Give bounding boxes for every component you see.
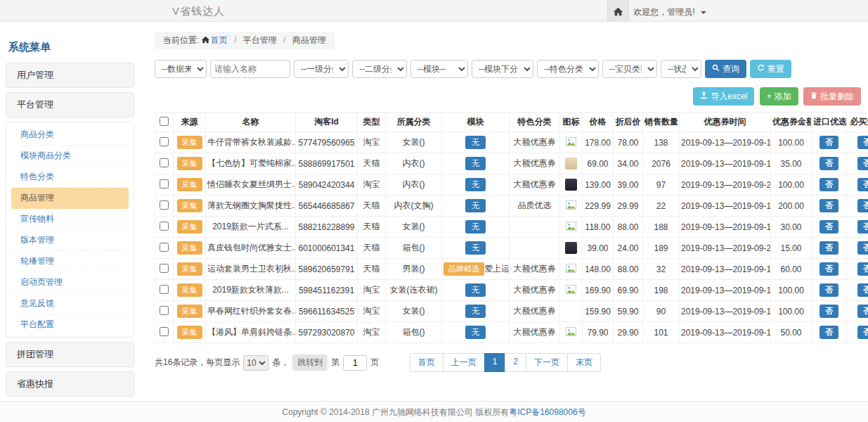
search-button[interactable]: 查询 <box>705 60 746 78</box>
row-checkbox[interactable] <box>160 306 169 315</box>
must-buy-toggle[interactable]: 否 <box>857 178 868 191</box>
discount-price: 69.90 <box>614 280 643 301</box>
import-excel-button[interactable]: 导入excel <box>693 87 754 106</box>
sidebar-subitem-feedback[interactable]: 意见反馈 <box>11 293 129 314</box>
must-buy-toggle[interactable]: 否 <box>857 241 868 255</box>
sidebar-subitem-version-manage[interactable]: 版本管理 <box>11 230 129 251</box>
must-buy-toggle[interactable]: 否 <box>857 283 868 297</box>
sidebar-item-saving-express[interactable]: 省惠快报 <box>6 371 134 397</box>
caret-down-icon <box>701 11 706 14</box>
import-select-toggle[interactable]: 否 <box>820 262 838 276</box>
must-buy-toggle[interactable]: 否 <box>857 199 868 212</box>
row-checkbox[interactable] <box>160 222 169 231</box>
sidebar-subitem-carousel-manage[interactable]: 轮播管理 <box>11 251 129 272</box>
must-buy-toggle[interactable]: 否 <box>857 262 868 276</box>
feature-category-select[interactable]: --特色分类-- <box>537 60 599 78</box>
sidebar-subitem-promo-material[interactable]: 宣传物料 <box>11 209 129 230</box>
data-source-select[interactable]: --数据来源-- <box>155 60 207 78</box>
sidebar-subitem-platform-config[interactable]: 平台配置 <box>11 314 129 335</box>
sidebar-subitem-goods-manage[interactable]: 商品管理 <box>11 188 129 209</box>
discount-price: 24.00 <box>614 238 643 259</box>
sidebar-subitem-feature-category[interactable]: 特色分类 <box>11 167 129 188</box>
product-type: 淘宝 <box>358 174 386 196</box>
module-badge: 无 <box>465 326 486 339</box>
home-button[interactable] <box>607 0 629 21</box>
icp-link[interactable]: 粤ICP备16098006号 <box>509 407 585 417</box>
cell-import-select: 否 <box>812 238 847 259</box>
module-select[interactable]: --模块-- <box>410 60 468 78</box>
col-import-select: 进口优选 <box>812 113 847 132</box>
reset-button[interactable]: 重置 <box>750 60 791 78</box>
page-last[interactable]: 末页 <box>567 353 601 372</box>
row-checkbox[interactable] <box>160 285 169 294</box>
row-checkbox[interactable] <box>160 137 169 146</box>
status-select[interactable]: --状态-- <box>661 60 701 78</box>
import-select-toggle[interactable]: 否 <box>820 178 838 191</box>
must-buy-toggle[interactable]: 否 <box>857 305 868 318</box>
page-next[interactable]: 下一页 <box>526 353 568 372</box>
import-select-toggle[interactable]: 否 <box>820 305 838 318</box>
sidebar-subitem-splash-manage[interactable]: 启动页管理 <box>11 272 129 293</box>
breadcrumb-prefix: 当前位置: <box>163 35 199 45</box>
must-buy-toggle[interactable]: 否 <box>857 326 868 339</box>
import-select-toggle[interactable]: 否 <box>820 136 838 149</box>
must-buy-toggle[interactable]: 否 <box>857 220 868 234</box>
module-sub-category-select[interactable]: --模块下分类-- <box>472 60 533 78</box>
product-category: 男装() <box>386 259 442 280</box>
cell-module: 品牌精选爱上运动 <box>442 259 510 280</box>
import-select-toggle[interactable]: 否 <box>820 283 838 297</box>
import-select-toggle[interactable]: 否 <box>820 220 838 234</box>
page-first[interactable]: 首页 <box>410 353 443 372</box>
row-checkbox[interactable] <box>160 179 169 188</box>
level1-category-select[interactable]: --一级分类-- <box>294 60 349 78</box>
main-content: 当前位置: 首页 / 平台管理 / 商品管理 --数据来源----一级分类---… <box>155 32 861 372</box>
row-checkbox[interactable] <box>160 158 169 167</box>
product-name: 运动套装男士卫衣初秋... <box>206 259 296 280</box>
sidebar-item-groupbuy[interactable]: 拼团管理 <box>6 342 134 367</box>
level2-category-select[interactable]: --二级分类-- <box>352 60 407 78</box>
page-2[interactable]: 2 <box>505 353 526 372</box>
sidebar-subitem-goods-category[interactable]: 商品分类 <box>11 124 129 146</box>
page-1[interactable]: 1 <box>484 353 506 372</box>
sidebar-subitem-module-goods-category[interactable]: 模块商品分类 <box>11 146 129 167</box>
import-select-toggle[interactable]: 否 <box>820 199 838 212</box>
row-checkbox[interactable] <box>160 243 169 252</box>
user-menu[interactable]: 欢迎您，管理员! <box>633 6 706 18</box>
feature-category <box>510 217 560 238</box>
cell-import-select: 否 <box>812 280 847 301</box>
add-button[interactable]: + 添加 <box>760 87 798 106</box>
must-buy-toggle[interactable]: 否 <box>857 157 868 170</box>
product-category: 内衣(文胸) <box>386 196 442 217</box>
sidebar-item-platform[interactable]: 平台管理 <box>6 92 134 117</box>
row-checkbox[interactable] <box>160 264 169 273</box>
product-name: 情侣睡衣女夏丝绸男士... <box>206 174 296 196</box>
jump-button[interactable]: 跳转到 <box>292 354 328 371</box>
import-select-toggle[interactable]: 否 <box>820 241 838 255</box>
row-checkbox[interactable] <box>160 327 169 336</box>
page-number-input[interactable] <box>343 355 367 371</box>
sales-count: 189 <box>643 238 680 259</box>
coupon-amount: 100.00 <box>771 174 812 196</box>
source-badge: 采集 <box>177 262 202 276</box>
name-input[interactable] <box>210 60 290 78</box>
row-checkbox[interactable] <box>160 200 169 210</box>
import-select-toggle[interactable]: 否 <box>820 326 838 339</box>
import-select-toggle[interactable]: 否 <box>820 157 838 170</box>
discount-price: 59.90 <box>614 301 643 322</box>
sidebar-item-user[interactable]: 用户管理 <box>6 63 134 88</box>
product-type: 天猫 <box>358 217 386 238</box>
product-type: 天猫 <box>358 238 386 259</box>
price: 79.90 <box>583 322 614 343</box>
page-prev[interactable]: 上一页 <box>443 353 485 372</box>
batch-delete-button[interactable]: 批量删除 <box>803 87 861 106</box>
cell-source: 采集 <box>174 132 206 153</box>
breadcrumb-home-link[interactable]: 首页 <box>211 35 228 45</box>
cell-module: 无 <box>442 280 510 301</box>
price: 178.00 <box>583 132 614 153</box>
cell-checkbox <box>155 132 174 153</box>
must-buy-toggle[interactable]: 否 <box>857 136 868 149</box>
select-all-checkbox[interactable] <box>160 117 169 126</box>
page-size-select[interactable]: 10 <box>243 355 268 371</box>
discount-price: 34.00 <box>614 153 643 174</box>
item-type-select[interactable]: --宝贝类型-- <box>602 60 657 78</box>
